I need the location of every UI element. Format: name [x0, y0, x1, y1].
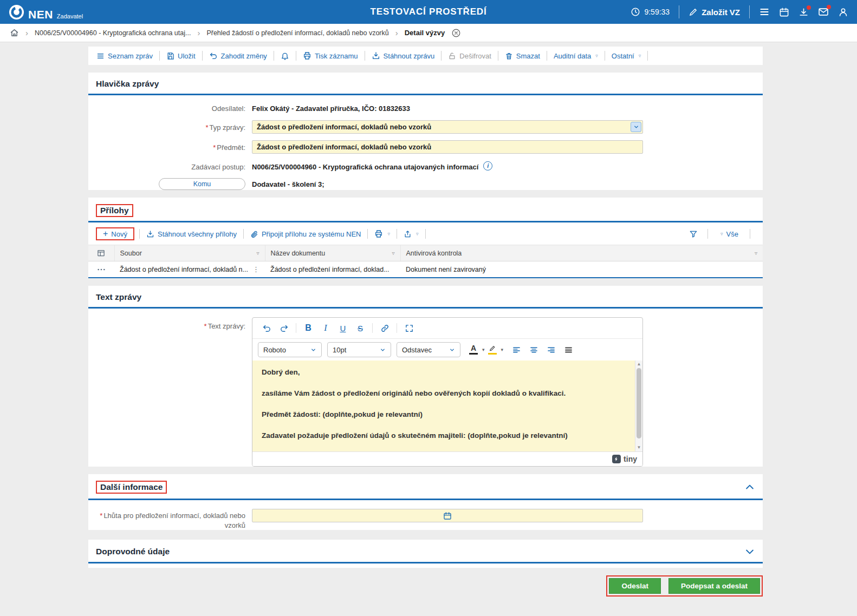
create-vz-button[interactable]: Založit VZ: [689, 8, 740, 17]
column-header-document-name[interactable]: Název dokumentu▿: [265, 245, 400, 261]
column-header-file[interactable]: Soubor▿: [114, 245, 265, 261]
align-center-icon[interactable]: [525, 343, 542, 357]
print-record-button[interactable]: Tisk záznamu: [301, 51, 360, 60]
divider: [274, 51, 274, 61]
menu-icon[interactable]: [759, 6, 770, 17]
delete-button[interactable]: Smazat: [503, 52, 542, 60]
column-filter-icon[interactable]: ▿: [392, 250, 394, 256]
close-tab-icon[interactable]: [451, 28, 461, 38]
view-all-filter[interactable]: ▿ Vše: [718, 230, 740, 238]
decrypt-button[interactable]: Dešifrovat: [446, 52, 493, 60]
scrollbar-thumb[interactable]: [637, 368, 641, 438]
drag-handle-icon[interactable]: ⋮: [252, 265, 259, 273]
text-color-button[interactable]: A: [466, 343, 481, 357]
cell-file: Žádost o předložení informací, dokladů n…: [120, 266, 248, 273]
section-title: Další informace: [100, 482, 163, 492]
audit-data-menu[interactable]: Auditní data ▿: [552, 52, 600, 60]
section-additional-info: Další informace Lhůta pro předložení inf…: [88, 474, 763, 530]
redo-icon[interactable]: [275, 321, 293, 335]
edit-pencil-icon: [689, 8, 698, 17]
download-all-attachments-button[interactable]: Stáhnout všechny přílohy: [145, 230, 238, 238]
filter-funnel-icon[interactable]: [689, 230, 698, 238]
print-attachments-button[interactable]: ▿: [373, 230, 392, 238]
align-left-icon[interactable]: [508, 343, 525, 357]
sign-and-send-button[interactable]: Podepsat a odeslat: [668, 578, 760, 594]
discard-changes-button[interactable]: Zahodit změny: [207, 51, 269, 60]
font-size-select[interactable]: 10pt: [327, 342, 391, 357]
print-record-label: Tisk záznamu: [315, 52, 358, 60]
link-icon[interactable]: [376, 321, 393, 335]
breadcrumb-item-requests[interactable]: Přehled žádostí o předložení informací, …: [206, 29, 388, 37]
save-button[interactable]: Uložit: [165, 52, 197, 60]
record-action-bar: Seznam zpráv Uložit Zahodit změny Tisk z…: [88, 47, 763, 65]
breadcrumb-separator: ›: [197, 29, 200, 37]
bold-button[interactable]: B: [300, 321, 317, 335]
required-marker: [205, 123, 208, 132]
calendar-icon[interactable]: [779, 7, 789, 17]
highlight-color-button[interactable]: [485, 343, 500, 357]
column-header-antivirus[interactable]: Antivirová kontrola▿: [400, 245, 763, 261]
deadline-date-input[interactable]: [252, 509, 643, 522]
column-filter-icon[interactable]: ▿: [755, 250, 757, 256]
annotation-box: Odeslat Podepsat a odeslat: [606, 575, 763, 597]
downloads-icon[interactable]: [798, 7, 809, 17]
required-marker: [100, 512, 102, 520]
subject-label: Předmět:: [96, 141, 252, 153]
annotation-box: Další informace: [96, 481, 167, 494]
divider: [159, 51, 160, 61]
divider: [397, 323, 397, 333]
scroll-down-icon[interactable]: ▼: [637, 445, 641, 450]
collapse-section-icon[interactable]: [744, 482, 755, 493]
notifications-bell-button[interactable]: [279, 51, 291, 60]
chevron-down-icon: ▿: [595, 53, 598, 58]
align-right-icon[interactable]: [542, 343, 560, 357]
calendar-picker-icon[interactable]: [443, 512, 452, 520]
subject-input[interactable]: Žádost o předložení informací, dokladů n…: [252, 140, 643, 154]
attach-from-nen-button[interactable]: Připojit přílohu ze systému NEN: [249, 230, 363, 238]
editor-scrollbar[interactable]: ▲ ▼: [635, 361, 642, 451]
download-message-button[interactable]: Stáhnout zprávu: [370, 51, 437, 60]
breadcrumb-item-procedure[interactable]: N006/25/V00004960 - Kryptografická ochra…: [35, 29, 191, 37]
form-row-recipient: Komu Dodavatel - školení 3;: [96, 178, 755, 190]
scroll-up-icon[interactable]: ▲: [637, 362, 641, 367]
send-button[interactable]: Odeslat: [609, 578, 661, 594]
user-profile-icon[interactable]: [838, 7, 848, 17]
select-dropdown-button[interactable]: [631, 122, 641, 132]
divider: [365, 51, 365, 61]
table-row[interactable]: Žádost o předložení informací, dokladů n…: [88, 261, 763, 278]
editor-content-area[interactable]: Dobrý den, zasíláme Vám žádost o předlož…: [252, 361, 642, 451]
divider: [397, 229, 397, 239]
column-header-icon[interactable]: [88, 245, 114, 261]
other-menu[interactable]: Ostatní ▿: [610, 52, 642, 60]
italic-button[interactable]: I: [317, 321, 334, 335]
export-attachments-button[interactable]: ▿: [402, 230, 420, 238]
align-justify-icon[interactable]: [560, 343, 577, 357]
editor-paragraph: Předmět žádosti: (doplňte,pokud je relev…: [262, 410, 626, 418]
messages-icon[interactable]: [818, 6, 829, 17]
new-attachment-button[interactable]: + Nový: [101, 230, 129, 238]
chevron-down-icon[interactable]: ▾: [501, 347, 504, 352]
underline-button[interactable]: U: [334, 321, 352, 335]
form-row-deadline: Lhůta pro předložení informací, dokladů …: [96, 509, 755, 530]
printer-icon: [374, 230, 383, 238]
undo-icon[interactable]: [258, 321, 275, 335]
message-list-button[interactable]: Seznam zpráv: [95, 52, 154, 60]
top-header: NEN Zadavatel TESTOVACÍ PROSTŘEDÍ 9:59:3…: [0, 0, 857, 24]
notification-badge: [807, 5, 811, 10]
row-actions-icon[interactable]: [94, 267, 109, 272]
message-type-select[interactable]: Žádost o předložení informací, dokladů n…: [252, 120, 643, 134]
undo-arrow-icon: [209, 51, 218, 60]
tiny-brand-label[interactable]: tiny: [624, 455, 637, 463]
block-format-select[interactable]: Odstavec: [397, 342, 460, 357]
expand-section-icon[interactable]: [744, 546, 755, 557]
info-icon[interactable]: i: [483, 161, 492, 171]
chevron-down-icon: ▿: [720, 231, 723, 237]
strikethrough-button[interactable]: S: [352, 321, 369, 335]
fullscreen-icon[interactable]: [400, 321, 418, 335]
column-filter-icon[interactable]: ▿: [256, 250, 259, 256]
font-family-select[interactable]: Roboto: [258, 342, 322, 357]
home-icon[interactable]: [10, 28, 19, 37]
recipient-button[interactable]: Komu: [159, 178, 245, 190]
nen-brand[interactable]: NEN Zadavatel: [9, 4, 83, 20]
bell-icon: [281, 51, 289, 60]
